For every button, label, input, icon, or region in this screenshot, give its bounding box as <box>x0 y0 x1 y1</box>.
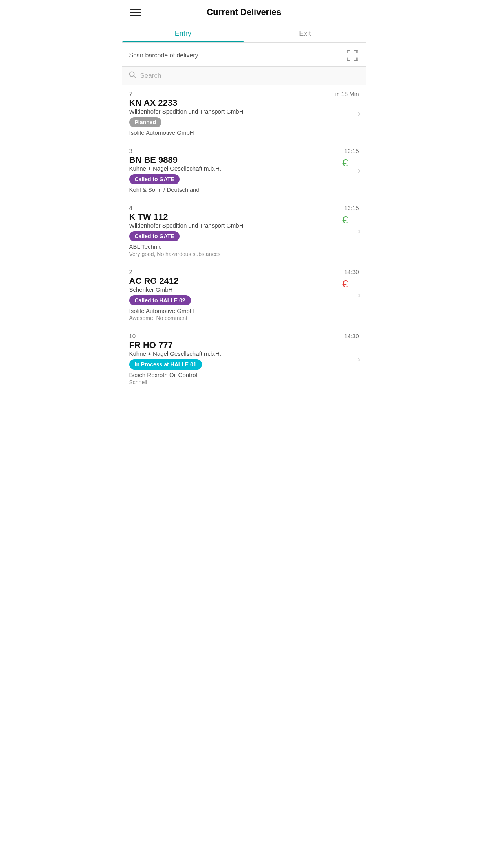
status-badge: Called to GATE <box>129 231 180 241</box>
status-badge: Called to GATE <box>129 174 180 184</box>
status-badge: Called to HALLE 02 <box>129 295 191 305</box>
item-euro-icon: € <box>342 157 359 169</box>
menu-button[interactable] <box>130 9 141 16</box>
item-note: Very good, No hazardous substances <box>129 251 343 257</box>
list-item[interactable]: 7in 18 MinKN AX 2233Wildenhofer Speditio… <box>122 85 366 142</box>
list-item[interactable]: 1014:30FR HO 777Kühne + Nagel Gesellscha… <box>122 327 366 391</box>
item-time: in 18 Min <box>335 90 359 97</box>
item-note: Awesome, No comment <box>129 315 343 321</box>
chevron-right-icon: › <box>358 355 361 364</box>
item-plate: K TW 112 <box>129 212 343 222</box>
status-badge: In Process at HALLE 01 <box>129 359 202 370</box>
item-badge-row: Called to GATE <box>129 231 343 241</box>
item-plate: KN AX 2233 <box>129 98 335 108</box>
page-title: Current Deliveries <box>207 7 281 17</box>
item-number: 10 <box>129 333 344 339</box>
item-customer: Isolite Automotive GmbH <box>129 307 343 314</box>
item-customer: Bosch Rexroth Oil Control <box>129 371 344 378</box>
tab-entry[interactable]: Entry <box>122 23 244 42</box>
chevron-right-icon: › <box>358 109 361 118</box>
status-badge: Planned <box>129 117 161 127</box>
item-company: Schenker GmbH <box>129 286 343 293</box>
item-customer: Isolite Automotive GmbH <box>129 129 335 136</box>
search-input[interactable] <box>140 72 360 80</box>
item-company: Wildenhofer Spedition und Transport GmbH <box>129 108 335 115</box>
scan-label: Scan barcode of delivery <box>129 52 198 59</box>
search-icon <box>128 71 136 81</box>
tab-exit[interactable]: Exit <box>244 23 366 42</box>
header: Current Deliveries <box>122 0 366 23</box>
item-customer: ABL Technic <box>129 243 343 250</box>
chevron-right-icon: › <box>358 291 361 300</box>
item-company: Wildenhofer Spedition und Transport GmbH <box>129 222 343 229</box>
chevron-right-icon: › <box>358 166 361 175</box>
item-plate: AC RG 2412 <box>129 276 343 286</box>
svg-point-8 <box>129 72 134 77</box>
item-euro-icon: € <box>342 214 359 226</box>
svg-rect-7 <box>356 58 357 61</box>
item-plate: FR HO 777 <box>129 340 344 350</box>
item-time: 12:15 <box>342 147 359 154</box>
item-badge-row: Planned <box>129 117 335 127</box>
item-plate: BN BE 9889 <box>129 155 343 165</box>
item-number: 2 <box>129 268 343 275</box>
svg-rect-1 <box>347 50 347 53</box>
item-number: 3 <box>129 147 343 154</box>
item-badge-row: Called to GATE <box>129 174 343 184</box>
list-item[interactable]: 312:15BN BE 9889€Kühne + Nagel Gesellsch… <box>122 142 366 199</box>
item-company: Kühne + Nagel Gesellschaft m.b.H. <box>129 350 344 357</box>
svg-rect-3 <box>356 50 357 53</box>
item-number: 4 <box>129 204 343 211</box>
item-number: 7 <box>129 90 335 97</box>
item-badge-row: In Process at HALLE 01 <box>129 359 344 370</box>
list-item[interactable]: 214:30AC RG 2412€Schenker GmbHCalled to … <box>122 263 366 327</box>
item-euro-icon: € <box>342 278 359 290</box>
scan-row[interactable]: Scan barcode of delivery <box>122 43 366 67</box>
item-note: Schnell <box>129 379 344 385</box>
item-badge-row: Called to HALLE 02 <box>129 295 343 305</box>
item-customer: Kohl & Sohn / Deutschland <box>129 186 343 193</box>
search-row <box>122 67 366 85</box>
barcode-icon[interactable] <box>345 48 359 63</box>
item-time: 14:30 <box>342 268 359 275</box>
chevron-right-icon: › <box>358 226 361 235</box>
item-time: 14:30 <box>344 333 359 339</box>
list-item[interactable]: 413:15K TW 112€Wildenhofer Spedition und… <box>122 199 366 263</box>
svg-line-9 <box>134 76 136 78</box>
tab-bar: Entry Exit <box>122 23 366 43</box>
svg-rect-5 <box>347 58 347 61</box>
item-time: 13:15 <box>342 204 359 211</box>
delivery-list: 7in 18 MinKN AX 2233Wildenhofer Speditio… <box>122 85 366 391</box>
item-company: Kühne + Nagel Gesellschaft m.b.H. <box>129 165 343 172</box>
